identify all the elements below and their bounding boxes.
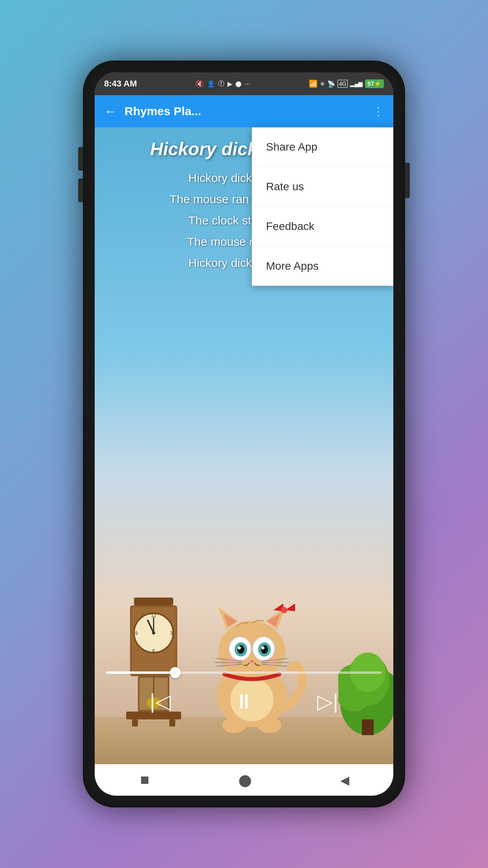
signal-icon: 📡 — [327, 80, 335, 88]
bluetooth-icon: ✳ — [320, 80, 325, 88]
svg-point-43 — [222, 717, 246, 733]
share-app-item[interactable]: Share App — [252, 127, 393, 167]
app-bar: ← Rhymes Pla... ⋮ — [95, 95, 393, 127]
svg-text:9: 9 — [135, 631, 138, 636]
signal2-icon: ▂▄▆ — [350, 81, 363, 87]
svg-text:3: 3 — [170, 631, 173, 636]
data-icon: 4G — [338, 80, 348, 88]
nav-bar: ⏹ ⬤ ◀ — [95, 764, 393, 796]
feedback-item[interactable]: Feedback — [252, 207, 393, 246]
status-icons-right: 📶 ✳ 📡 4G ▂▄▆ 57⚡ — [309, 79, 384, 88]
next-button[interactable]: ▷| — [317, 690, 338, 713]
prev-button[interactable]: |◁ — [150, 690, 171, 713]
more-apps-item[interactable]: More Apps — [252, 246, 393, 286]
player-controls: |◁ ⏸ ▷| — [95, 690, 393, 713]
pause-button[interactable]: ⏸ — [234, 690, 254, 713]
home-nav-button[interactable]: ⬤ — [238, 773, 252, 787]
status-icons-left: 🔇 👤 ⓕ ▶ ⬤ ··· — [195, 79, 251, 88]
progress-thumb[interactable] — [170, 667, 181, 678]
stop-nav-button[interactable]: ⏹ — [139, 773, 150, 787]
phone-frame: 8:43 AM 🔇 👤 ⓕ ▶ ⬤ ··· 📶 ✳ 📡 4G ▂▄▆ 57⚡ ←… — [83, 61, 405, 807]
back-button[interactable]: ← — [104, 104, 117, 119]
mute-icon: 🔇 — [195, 79, 204, 88]
battery-badge: 57⚡ — [365, 79, 384, 88]
user-icon: 👤 — [207, 80, 215, 88]
wifi-icon: 📶 — [309, 79, 317, 88]
svg-rect-0 — [134, 598, 173, 605]
bush-illustration — [338, 625, 393, 735]
status-bar: 8:43 AM 🔇 👤 ⓕ ▶ ⬤ ··· 📶 ✳ 📡 4G ▂▄▆ 57⚡ — [95, 72, 393, 95]
svg-point-44 — [258, 717, 281, 733]
svg-point-27 — [281, 607, 287, 613]
f-icon: ⓕ — [218, 80, 224, 88]
dropdown-menu: Share App Rate us Feedback More Apps — [252, 127, 393, 286]
back-nav-button[interactable]: ◀ — [340, 773, 349, 787]
svg-rect-52 — [362, 719, 374, 735]
progress-fill — [106, 671, 175, 674]
svg-point-33 — [261, 645, 268, 654]
progress-bar-container[interactable] — [95, 671, 393, 674]
app-title: Rhymes Pla... — [125, 105, 201, 118]
more-icon: ··· — [245, 80, 251, 88]
youtube-icon: ▶ — [227, 80, 232, 88]
svg-point-46 — [268, 658, 277, 667]
svg-rect-17 — [169, 719, 175, 726]
svg-point-10 — [152, 631, 155, 634]
rate-us-item[interactable]: Rate us — [252, 167, 393, 207]
svg-point-35 — [261, 646, 264, 649]
svg-text:6: 6 — [152, 648, 155, 654]
svg-point-32 — [237, 645, 244, 654]
progress-track[interactable] — [106, 671, 382, 674]
menu-button[interactable]: ⋮ — [373, 105, 384, 118]
status-time: 8:43 AM — [104, 79, 137, 89]
svg-rect-16 — [132, 719, 138, 726]
record-icon: ⬤ — [235, 81, 242, 87]
svg-point-34 — [238, 646, 241, 649]
phone-screen: 8:43 AM 🔇 👤 ⓕ ▶ ⬤ ··· 📶 ✳ 📡 4G ▂▄▆ 57⚡ ←… — [95, 72, 393, 796]
svg-point-45 — [227, 658, 236, 667]
